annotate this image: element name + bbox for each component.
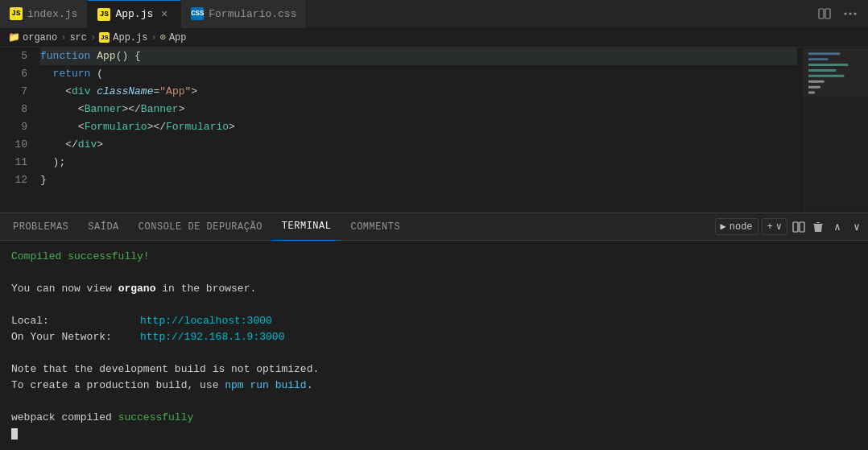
svg-rect-1 xyxy=(825,9,830,19)
tab-bar: JS index.js JS App.js × CSS Formulario.c… xyxy=(0,0,868,28)
editor-section: 📁 organo › src › JS App.js › ⊙ App 5 6 7… xyxy=(0,28,868,213)
note-line1: Note that the development build is not o… xyxy=(11,361,857,378)
breadcrumb-sep2: › xyxy=(90,32,96,43)
code-area[interactable]: function App() { return ( <div className… xyxy=(34,47,804,213)
line-number-11: 11 xyxy=(6,154,27,171)
folder-icon: 📁 xyxy=(8,32,19,43)
network-line: On Your Network:http://192.168.1.9:3000 xyxy=(11,329,857,345)
code-line-8: <Banner></Banner> xyxy=(40,101,797,118)
panel-tabs: PROBLEMAS SAÍDA CONSOLE DE DEPURAÇÃO TER… xyxy=(0,213,868,241)
line-number-6: 6 xyxy=(6,65,27,83)
tab-formulario-css[interactable]: CSS Formulario.css xyxy=(181,0,307,28)
js-icon-sm: JS xyxy=(99,32,110,43)
line-number-8: 8 xyxy=(6,101,27,118)
code-line-11: ); xyxy=(40,154,797,171)
tab-saida[interactable]: SAÍDA xyxy=(78,213,129,241)
line-number-7: 7 xyxy=(6,83,27,101)
code-line-7: <div className="App"> xyxy=(40,83,797,101)
svg-rect-0 xyxy=(819,9,824,19)
compiled-text: Compiled successfully! xyxy=(11,250,150,262)
tab-index-js[interactable]: JS index.js xyxy=(0,0,88,28)
chevron-up-button[interactable]: ∧ xyxy=(829,219,845,235)
function-icon: ⊙ xyxy=(160,31,166,43)
note-line2: To create a production build, use npm ru… xyxy=(11,378,857,394)
line-number-12: 12 xyxy=(6,171,27,189)
tab-console-depuracao[interactable]: CONSOLE DE DEPURAÇÃO xyxy=(129,213,272,241)
minimap xyxy=(804,47,868,213)
terminal-content[interactable]: Compiled successfully! You can now view … xyxy=(0,241,868,450)
cursor-line xyxy=(11,426,857,442)
npm-command: npm run build xyxy=(225,379,306,391)
line-numbers: 5 6 7 8 9 10 11 12 xyxy=(0,47,34,213)
code-editor[interactable]: 5 6 7 8 9 10 11 12 function App() { retu… xyxy=(0,47,868,213)
view-text: You can now view xyxy=(11,283,118,295)
app-name: organo xyxy=(118,283,156,295)
tab-problems[interactable]: PROBLEMAS xyxy=(3,213,78,241)
svg-rect-15 xyxy=(804,48,868,211)
node-label-button[interactable]: ▶ node xyxy=(715,218,758,235)
code-line-10: </div> xyxy=(40,136,797,154)
terminal-cursor xyxy=(11,428,18,440)
css-icon: CSS xyxy=(191,7,204,20)
more-actions-button[interactable] xyxy=(839,2,862,25)
chevron-down-icon: ∨ xyxy=(776,221,782,233)
close-icon[interactable]: × xyxy=(158,8,171,21)
breadcrumb-src: src xyxy=(69,32,87,43)
js-icon: JS xyxy=(97,8,110,21)
line-number-9: 9 xyxy=(6,118,27,136)
network-url: http://192.168.1.9:3000 xyxy=(140,331,284,343)
tab-label-app-js: App.js xyxy=(115,8,153,20)
breadcrumb-app: App xyxy=(169,32,187,43)
split-editor-button[interactable] xyxy=(813,2,836,25)
chevron-down-button[interactable]: ∨ xyxy=(849,219,865,235)
breadcrumb-sep3: › xyxy=(151,32,156,43)
compiled-line: Compiled successfully! xyxy=(11,249,857,265)
svg-rect-16 xyxy=(793,222,798,232)
plus-icon: + xyxy=(767,221,773,233)
terminal-icon: ▶ xyxy=(721,221,726,233)
code-line-5: function App() { xyxy=(40,47,797,65)
tab-app-js[interactable]: JS App.js × xyxy=(88,0,181,28)
svg-rect-17 xyxy=(800,222,804,232)
tab-label-formulario-css: Formulario.css xyxy=(209,8,296,20)
tab-actions xyxy=(813,2,868,25)
code-line-9: <Formulario></Formulario> xyxy=(40,118,797,136)
breadcrumb-appjs: App.js xyxy=(113,32,147,43)
local-label: Local: xyxy=(11,313,140,329)
add-terminal-button[interactable]: + ∨ xyxy=(762,218,787,235)
code-line-6: return ( xyxy=(40,65,797,83)
svg-point-4 xyxy=(854,13,857,15)
js-icon: JS xyxy=(10,7,23,20)
view-line: You can now view organo in the browser. xyxy=(11,281,857,297)
local-url: http://localhost:3000 xyxy=(140,315,272,327)
main-content: 📁 organo › src › JS App.js › ⊙ App 5 6 7… xyxy=(0,28,868,450)
tab-comments[interactable]: COMMENTS xyxy=(341,213,410,241)
code-line-12: } xyxy=(40,171,797,189)
breadcrumb-organo: organo xyxy=(23,32,57,43)
line-number-5: 5 xyxy=(6,47,27,65)
svg-point-2 xyxy=(845,13,847,15)
tab-terminal[interactable]: TERMINAL xyxy=(272,213,341,241)
in-browser: in the browser. xyxy=(155,283,256,295)
network-label: On Your Network: xyxy=(11,329,140,345)
note-end: . xyxy=(307,379,313,391)
tab-label-index-js: index.js xyxy=(27,8,77,20)
line-number-10: 10 xyxy=(6,136,27,154)
delete-terminal-button[interactable] xyxy=(810,219,826,235)
successfully-text: successfully xyxy=(118,411,194,423)
svg-point-3 xyxy=(849,13,852,15)
breadcrumb: 📁 organo › src › JS App.js › ⊙ App xyxy=(0,28,868,47)
panel-actions: ▶ node + ∨ ∧ xyxy=(715,218,865,235)
webpack-line: webpack compiled successfully xyxy=(11,410,857,426)
split-terminal-button[interactable] xyxy=(791,219,807,235)
breadcrumb-sep1: › xyxy=(60,32,66,43)
local-line: Local:http://localhost:3000 xyxy=(11,313,857,329)
terminal-panel: PROBLEMAS SAÍDA CONSOLE DE DEPURAÇÃO TER… xyxy=(0,213,868,450)
